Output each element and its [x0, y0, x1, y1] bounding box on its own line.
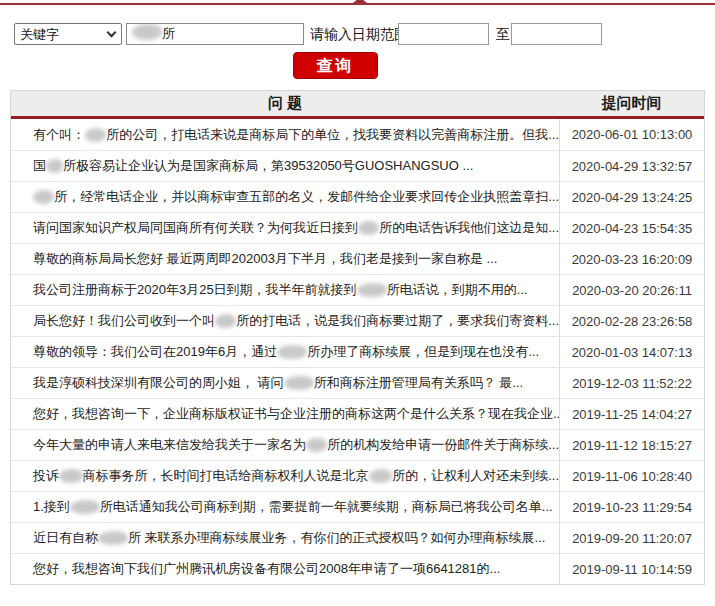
text-segment: 所和商标注册管理局有关系吗？ 最...	[314, 374, 523, 392]
question-time: 2020-01-03 14:07:13	[559, 337, 704, 367]
text-segment: 有个叫：	[33, 126, 85, 144]
redacted-blur	[306, 438, 327, 452]
text-segment: 投诉	[33, 467, 59, 485]
query-button[interactable]: 查询	[293, 52, 378, 79]
text-segment: 商标事务所，长时间打电话给商标权利人说是北京	[83, 467, 369, 485]
date-to-input[interactable]	[511, 23, 602, 45]
time-column-header: 提问时间	[559, 94, 704, 113]
question-text[interactable]: 1.接到所电话通知我公司商标到期，需要提前一年就要续期，商标局已将我公司名单..…	[11, 492, 559, 522]
table-row[interactable]: 近日有自称所 来联系办理商标续展业务，有你们的正式授权吗？如何办理商标续展...…	[11, 522, 704, 553]
question-column-header: 问 题	[11, 94, 559, 113]
text-segment: 所极容易让企业认为是国家商标局，第39532050号GUOSHANGSUO ..…	[63, 157, 473, 175]
question-text[interactable]: 请问国家知识产权局同国商所有何关联？为何我近日接到所的电话告诉我他们这边是知..…	[11, 213, 559, 243]
question-time: 2020-04-23 15:54:35	[559, 213, 704, 243]
question-time: 2020-03-20 20:26:11	[559, 275, 704, 305]
text-segment: 所	[162, 26, 175, 41]
redacted-blur	[277, 345, 307, 359]
text-segment: 我是淳硕科技深圳有限公司的周小姐， 请问	[33, 374, 284, 392]
question-text[interactable]: 您好，我想咨询下我们广州腾讯机房设备有限公司2008年申请了一项6641281的…	[11, 554, 559, 584]
table-row[interactable]: 您好，我想咨询一下，企业商标版权证书与企业注册的商标这两个是什么关系？现在我企业…	[11, 398, 704, 429]
text-segment: 所 来联系办理商标续展业务，有你们的正式授权吗？如何办理商标续展...	[128, 529, 545, 547]
question-text[interactable]: 局长您好！我们公司收到一个叫所的打电话，说是我们商标要过期了，要求我们寄资料..…	[11, 306, 559, 336]
text-segment: 所的打电话，说是我们商标要过期了，要求我们寄资料...	[236, 312, 559, 330]
table-row[interactable]: 我是淳硕科技深圳有限公司的周小姐， 请问所和商标注册管理局有关系吗？ 最...2…	[11, 367, 704, 398]
question-text[interactable]: 有个叫：所的公司，打电话来说是商标局下的单位，找我要资料以完善商标注册。但我..…	[11, 119, 559, 150]
question-time: 2019-09-20 11:20:07	[559, 523, 704, 553]
keyword-input[interactable]: 所	[126, 23, 304, 45]
text-segment: 请问国家知识产权局同国商所有何关联？为何我近日接到	[33, 219, 358, 237]
question-time: 2019-12-03 11:52:22	[559, 368, 704, 398]
text-segment: 所电话通知我公司商标到期，需要提前一年就要续期，商标局已将我公司名单...	[100, 498, 553, 516]
text-segment: 您好，我想咨询下我们广州腾讯机房设备有限公司2008年申请了一项6641281的…	[33, 560, 500, 578]
text-segment: 所的电话告诉我他们这边是知...	[379, 219, 559, 237]
text-segment: 所电话说，到期不用的...	[387, 281, 528, 299]
redacted-blur	[98, 531, 128, 545]
text-segment: 所，经常电话企业，并以商标审查五部的名义，发邮件给企业要求回传企业执照盖章扫..…	[54, 188, 559, 206]
text-segment: 尊敬的领导：我们公司在2019年6月，通过	[33, 343, 277, 361]
text-segment: 所的公司，打电话来说是商标局下的单位，找我要资料以完善商标注册。但我...	[106, 126, 559, 144]
redacted-blur	[70, 500, 100, 514]
text-segment: 近日有自称	[33, 529, 98, 547]
table-row[interactable]: 尊敬的商标局局长您好 最近两周即202003月下半月，我们老是接到一家自称是 .…	[11, 243, 704, 274]
question-time: 2020-03-23 16:20:09	[559, 244, 704, 274]
redacted-blur	[284, 376, 314, 390]
question-time: 2020-06-01 10:13:00	[559, 119, 704, 150]
question-time: 2019-09-11 10:14:59	[559, 554, 704, 584]
question-time: 2019-10-23 11:29:54	[559, 492, 704, 522]
question-text[interactable]: 我公司注册商标于2020年3月25日到期，我半年前就接到所电话说，到期不用的..…	[11, 275, 559, 305]
table-row[interactable]: 请问国家知识产权局同国商所有何关联？为何我近日接到所的电话告诉我他们这边是知..…	[11, 212, 704, 243]
table-row[interactable]: 您好，我想咨询下我们广州腾讯机房设备有限公司2008年申请了一项6641281的…	[11, 553, 704, 584]
redacted-blur	[358, 221, 379, 235]
question-text[interactable]: 尊敬的商标局局长您好 最近两周即202003月下半月，我们老是接到一家自称是 .…	[11, 244, 559, 274]
question-text[interactable]: 投诉商标事务所，长时间打电话给商标权利人说是北京所的，让权利人对还未到续...	[11, 461, 559, 491]
text-segment: 所的机构发给申请一份邮件关于商标续...	[327, 436, 559, 454]
question-time: 2019-11-06 10:28:40	[559, 461, 704, 491]
redacted-blur	[215, 314, 236, 328]
table-header: 问 题 提问时间	[11, 91, 704, 119]
text-segment: 尊敬的商标局局长您好 最近两周即202003月下半月，我们老是接到一家自称是 .…	[33, 250, 497, 268]
table-row[interactable]: 局长您好！我们公司收到一个叫所的打电话，说是我们商标要过期了，要求我们寄资料..…	[11, 305, 704, 336]
redacted-blur	[46, 159, 63, 173]
redacted-blur	[357, 283, 387, 297]
question-text[interactable]: 国所极容易让企业认为是国家商标局，第39532050号GUOSHANGSUO .…	[11, 151, 559, 181]
question-time: 2019-11-12 18:15:27	[559, 430, 704, 460]
question-time: 2020-04-29 13:24:25	[559, 182, 704, 212]
question-text[interactable]: 近日有自称所 来联系办理商标续展业务，有你们的正式授权吗？如何办理商标续展...	[11, 523, 559, 553]
question-time: 2020-04-29 13:32:57	[559, 151, 704, 181]
question-time: 2019-11-25 14:04:27	[559, 399, 704, 429]
text-segment: 1.接到	[33, 498, 70, 516]
text-segment: 国	[33, 157, 46, 175]
table-row[interactable]: 投诉商标事务所，长时间打电话给商标权利人说是北京所的，让权利人对还未到续...2…	[11, 460, 704, 491]
text-segment: 我公司注册商标于2020年3月25日到期，我半年前就接到	[33, 281, 357, 299]
question-text[interactable]: 尊敬的领导：我们公司在2019年6月，通过所办理了商标续展，但是到现在也没有..…	[11, 337, 559, 367]
table-row[interactable]: 我公司注册商标于2020年3月25日到期，我半年前就接到所电话说，到期不用的..…	[11, 274, 704, 305]
date-range-label: 请输入日期范围	[310, 26, 408, 44]
text-segment: 局长您好！我们公司收到一个叫	[33, 312, 215, 330]
question-time: 2020-02-28 23:26:58	[559, 306, 704, 336]
question-text[interactable]: 我是淳硕科技深圳有限公司的周小姐， 请问所和商标注册管理局有关系吗？ 最...	[11, 368, 559, 398]
question-text[interactable]: 今年大量的申请人来电来信发给我关于一家名为所的机构发给申请一份邮件关于商标续..…	[11, 430, 559, 460]
question-table-body: 有个叫：所的公司，打电话来说是商标局下的单位，找我要资料以完善商标注册。但我..…	[11, 119, 704, 584]
redacted-blur	[132, 24, 162, 40]
table-row[interactable]: 尊敬的领导：我们公司在2019年6月，通过所办理了商标续展，但是到现在也没有..…	[11, 336, 704, 367]
table-row[interactable]: 今年大量的申请人来电来信发给我关于一家名为所的机构发给申请一份邮件关于商标续..…	[11, 429, 704, 460]
page: 关键字 所 请输入日期范围 至 查询 问 题 提问时间 有个叫：所的公司，打电话…	[0, 0, 715, 606]
question-text[interactable]: 您好，我想咨询一下，企业商标版权证书与企业注册的商标这两个是什么关系？现在我企业…	[11, 399, 559, 429]
table-row[interactable]: 所，经常电话企业，并以商标审查五部的名义，发邮件给企业要求回传企业执照盖章扫..…	[11, 181, 704, 212]
redacted-blur	[369, 469, 393, 483]
redacted-blur	[85, 128, 106, 142]
date-from-input[interactable]	[398, 23, 489, 45]
text-segment: 所办理了商标续展，但是到现在也没有...	[307, 343, 539, 361]
keyword-type-select[interactable]: 关键字	[14, 23, 122, 45]
table-row[interactable]: 有个叫：所的公司，打电话来说是商标局下的单位，找我要资料以完善商标注册。但我..…	[11, 119, 704, 150]
tab-arrow-icon	[352, 0, 368, 4]
table-row[interactable]: 国所极容易让企业认为是国家商标局，第39532050号GUOSHANGSUO .…	[11, 150, 704, 181]
redacted-blur	[33, 190, 54, 204]
text-segment: 所的，让权利人对还未到续...	[392, 467, 559, 485]
text-segment: 今年大量的申请人来电来信发给我关于一家名为	[33, 436, 306, 454]
table-row[interactable]: 1.接到所电话通知我公司商标到期，需要提前一年就要续期，商标局已将我公司名单..…	[11, 491, 704, 522]
text-segment: 您好，我想咨询一下，企业商标版权证书与企业注册的商标这两个是什么关系？现在我企业…	[33, 405, 559, 423]
question-table: 问 题 提问时间 有个叫：所的公司，打电话来说是商标局下的单位，找我要资料以完善…	[10, 90, 705, 585]
redacted-blur	[59, 469, 83, 483]
question-text[interactable]: 所，经常电话企业，并以商标审查五部的名义，发邮件给企业要求回传企业执照盖章扫..…	[11, 182, 559, 212]
